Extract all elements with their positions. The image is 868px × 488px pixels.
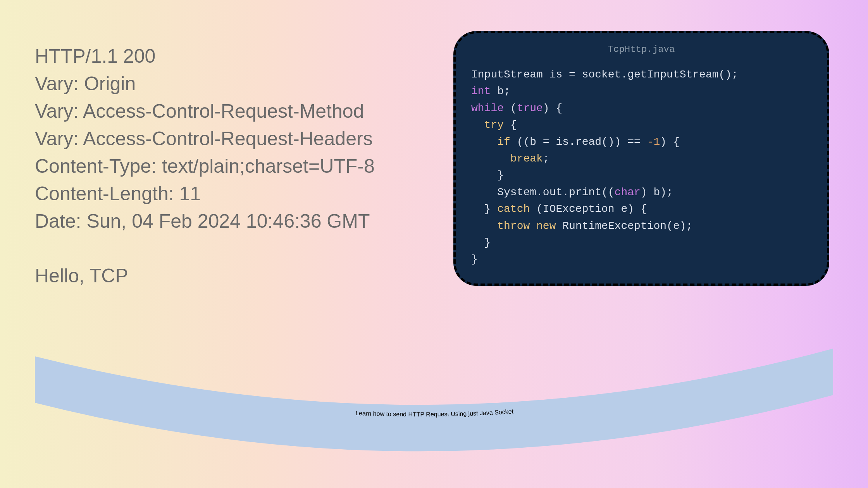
banner: Learn how to send HTTP Request Using jus… (27, 345, 841, 453)
code-num-neg1: -1 (647, 136, 660, 148)
code-line-1: InputStream is = socket.getInputStream()… (471, 69, 738, 81)
code-kw-while: while (471, 102, 504, 114)
http-blank-line (35, 235, 375, 262)
http-body: Hello, TCP (35, 262, 375, 290)
http-header-date: Date: Sun, 04 Feb 2024 10:46:36 GMT (35, 208, 375, 235)
http-header-vary-method: Vary: Access-Control-Request-Method (35, 98, 375, 125)
http-header-content-length: Content-Length: 11 (35, 180, 375, 208)
banner-ribbon-bg: Learn how to send HTTP Request Using jus… (27, 345, 841, 453)
http-header-vary-headers: Vary: Access-Control-Request-Headers (35, 125, 375, 153)
code-filename: TcpHttp.java (471, 44, 811, 55)
code-kw-break: break (510, 153, 543, 165)
code-kw-true: true (517, 102, 543, 114)
http-response-block: HTTP/1.1 200 Vary: Origin Vary: Access-C… (35, 43, 375, 290)
code-kw-new: new (536, 220, 556, 232)
code-editor-window: TcpHttp.java InputStream is = socket.get… (453, 31, 829, 286)
code-kw-char: char (615, 186, 641, 198)
code-kw-throw: throw (497, 220, 530, 232)
code-content: InputStream is = socket.getInputStream()… (471, 66, 811, 268)
code-kw-try: try (484, 119, 504, 131)
http-status-line: HTTP/1.1 200 (35, 43, 375, 70)
code-kw-catch: catch (497, 203, 530, 215)
code-kw-if: if (497, 136, 510, 148)
code-kw-int: int (471, 85, 491, 97)
http-header-content-type: Content-Type: text/plain;charset=UTF-8 (35, 153, 375, 180)
http-header-vary-origin: Vary: Origin (35, 70, 375, 98)
